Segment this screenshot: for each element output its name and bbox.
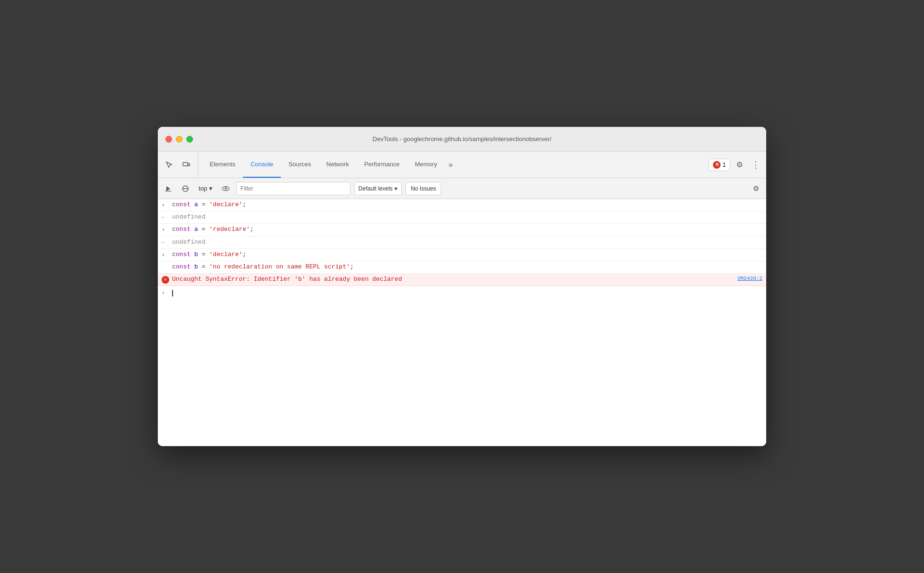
title-bar: DevTools - googlechrome.github.io/sample… bbox=[158, 127, 766, 152]
console-line: › const b = 'no redeclaration on same RE… bbox=[158, 261, 766, 274]
svg-rect-1 bbox=[188, 163, 190, 166]
tab-network[interactable]: Network bbox=[319, 152, 357, 178]
tabs: Elements Console Sources Network Perform… bbox=[202, 152, 709, 178]
window-title: DevTools - googlechrome.github.io/sample… bbox=[373, 135, 551, 143]
expand-arrow-icon[interactable]: › bbox=[162, 200, 169, 210]
svg-point-6 bbox=[222, 186, 229, 191]
context-label: top bbox=[199, 185, 207, 192]
return-arrow-icon: ← bbox=[162, 238, 169, 248]
tab-memory[interactable]: Memory bbox=[407, 152, 445, 178]
expand-arrow-icon[interactable]: › bbox=[162, 250, 169, 260]
result-value: undefined bbox=[172, 238, 762, 248]
clear-console-button[interactable] bbox=[179, 182, 192, 195]
dropdown-arrow-icon: ▾ bbox=[209, 185, 212, 192]
tab-sources[interactable]: Sources bbox=[281, 152, 319, 178]
error-badge[interactable]: ✕ 1 bbox=[709, 159, 730, 171]
error-console-line: ✕ Uncaught SyntaxError: Identifier 'b' h… bbox=[158, 274, 766, 286]
error-count: 1 bbox=[722, 162, 726, 168]
tab-console[interactable]: Console bbox=[243, 152, 281, 178]
context-selector[interactable]: top ▾ bbox=[196, 183, 215, 193]
code-line: const b = 'no redeclaration on same REPL… bbox=[172, 262, 762, 272]
error-icon: ✕ bbox=[713, 161, 721, 169]
console-line: › const a = 'declare'; bbox=[158, 199, 766, 211]
console-settings-button[interactable]: ⚙ bbox=[749, 182, 762, 195]
result-value: undefined bbox=[172, 212, 762, 222]
svg-rect-0 bbox=[183, 162, 188, 166]
code-line: const b = 'declare'; bbox=[172, 250, 762, 260]
error-source-link[interactable]: VM2439:2 bbox=[737, 275, 762, 283]
console-line: ← undefined bbox=[158, 237, 766, 249]
close-button[interactable] bbox=[165, 136, 172, 143]
svg-point-7 bbox=[225, 188, 227, 190]
tab-performance[interactable]: Performance bbox=[356, 152, 407, 178]
svg-marker-2 bbox=[166, 186, 170, 191]
console-line: ← undefined bbox=[158, 211, 766, 224]
cursor bbox=[172, 290, 173, 296]
minimize-button[interactable] bbox=[176, 136, 183, 143]
error-circle-icon: ✕ bbox=[162, 276, 169, 284]
console-line: › const b = 'declare'; bbox=[158, 249, 766, 261]
code-line: const a = 'declare'; bbox=[172, 200, 762, 210]
filter-input[interactable] bbox=[236, 182, 350, 195]
console-output: › const a = 'declare'; ← undefined › con… bbox=[158, 199, 766, 446]
more-options-button[interactable]: ⋮ bbox=[749, 158, 762, 172]
toolbar-right: ✕ 1 ⚙ ⋮ bbox=[709, 152, 762, 178]
log-levels-button[interactable]: Default levels ▾ bbox=[354, 182, 402, 195]
expand-arrow-icon[interactable]: › bbox=[162, 225, 169, 235]
devtools-tabs-toolbar: Elements Console Sources Network Perform… bbox=[158, 152, 766, 178]
settings-button[interactable]: ⚙ bbox=[733, 158, 746, 172]
console-toolbar: top ▾ Default levels ▾ No Issues ⚙ bbox=[158, 178, 766, 199]
no-issues-button[interactable]: No Issues bbox=[405, 182, 441, 195]
code-line: const a = 'redeclare'; bbox=[172, 225, 762, 235]
levels-dropdown-icon: ▾ bbox=[395, 185, 397, 192]
error-message: Uncaught SyntaxError: Identifier 'b' has… bbox=[172, 275, 733, 285]
devtools-window: DevTools - googlechrome.github.io/sample… bbox=[158, 127, 766, 446]
tabs-overflow-button[interactable]: » bbox=[445, 152, 457, 178]
run-script-button[interactable] bbox=[162, 182, 175, 195]
input-arrow-icon: › bbox=[162, 288, 169, 298]
tab-elements[interactable]: Elements bbox=[202, 152, 243, 178]
traffic-lights bbox=[165, 136, 193, 143]
console-input-line: › bbox=[158, 286, 766, 300]
live-expressions-button[interactable] bbox=[219, 182, 232, 195]
device-toolbar-button[interactable] bbox=[179, 157, 194, 172]
maximize-button[interactable] bbox=[186, 136, 193, 143]
return-arrow-icon: ← bbox=[162, 212, 169, 222]
console-line: › const a = 'redeclare'; bbox=[158, 224, 766, 236]
toolbar-icons bbox=[162, 152, 198, 178]
inspect-element-button[interactable] bbox=[162, 157, 177, 172]
